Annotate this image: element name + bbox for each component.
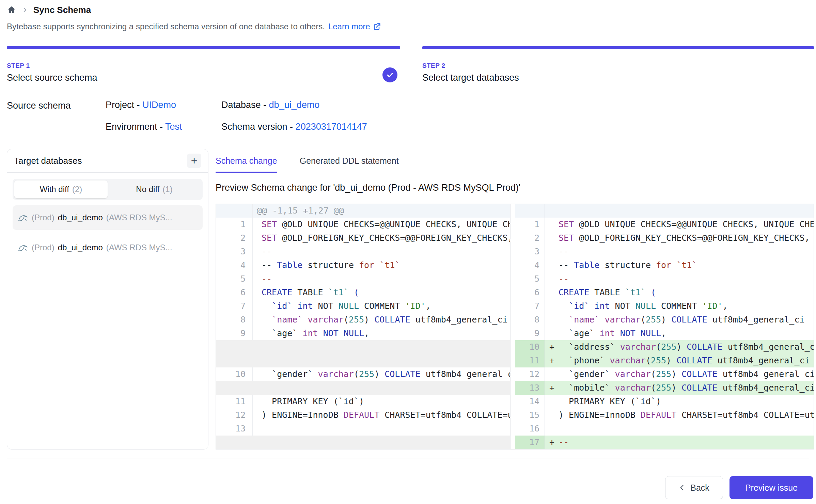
tab-with-diff[interactable]: With diff (2) bbox=[14, 180, 108, 198]
mysql-icon bbox=[17, 242, 28, 253]
diff-code-row: 4-- Table structure for `t1` bbox=[515, 258, 814, 272]
chevron-left-icon bbox=[679, 484, 686, 491]
diff-hunk-header: @@ -1,15 +1,27 @@ bbox=[216, 204, 510, 218]
back-button[interactable]: Back bbox=[665, 476, 723, 499]
diff-right-pane[interactable]: 1SET @OLD_UNIQUE_CHECKS=@@UNIQUE_CHECKS,… bbox=[515, 204, 814, 449]
diff-sash[interactable] bbox=[511, 204, 515, 449]
page-title: Sync Schema bbox=[33, 5, 91, 15]
project-link[interactable]: UIDemo bbox=[142, 100, 176, 110]
target-databases-panel: Target databases + With diff (2) No diff… bbox=[7, 149, 208, 450]
diff-added-row: 10+ `address` varchar(255) COLLATE utf8m… bbox=[515, 340, 814, 354]
tab-generated-ddl[interactable]: Generated DDL statement bbox=[300, 156, 399, 173]
source-environment-field: Environment - Test bbox=[106, 122, 182, 132]
target-db-item[interactable]: (Prod) db_ui_demo (AWS RDS MyS... bbox=[13, 205, 203, 230]
diff-code-row: 12) ENGINE=InnoDB DEFAULT CHARSET=utf8mb… bbox=[216, 408, 510, 422]
description-text: Bytebase supports synchronizing a specif… bbox=[7, 22, 325, 31]
schema-diff-editor: @@ -1,15 +1,27 @@1SET @OLD_UNIQUE_CHECKS… bbox=[216, 204, 814, 450]
diff-code-row: 7 `id` int NOT NULL COMMENT 'ID', bbox=[515, 299, 814, 313]
diff-code-row: 5-- bbox=[216, 272, 510, 286]
environment-link[interactable]: Test bbox=[165, 122, 182, 132]
step-2-progress-bar bbox=[422, 46, 814, 49]
diff-code-row: 4-- Table structure for `t1` bbox=[216, 258, 510, 272]
diff-code-row: 9 `age` int NOT NULL, bbox=[515, 327, 814, 340]
breadcrumb: Sync Schema bbox=[7, 3, 91, 16]
source-schema-version-field: Schema version - 20230317014147 bbox=[221, 122, 367, 132]
diff-code-row: 1SET @OLD_UNIQUE_CHECKS=@@UNIQUE_CHECKS,… bbox=[216, 218, 510, 231]
diff-code-row: 13 bbox=[216, 422, 510, 436]
diff-filler-row bbox=[216, 340, 510, 367]
source-project-field: Project - UIDemo bbox=[106, 100, 176, 110]
diff-code-row: 8 `name` varchar(255) COLLATE utf8mb4_ge… bbox=[216, 313, 510, 327]
step-1-progress-bar bbox=[7, 46, 400, 49]
preview-issue-button[interactable]: Preview issue bbox=[729, 476, 813, 499]
step-1-label: STEP 1 bbox=[7, 62, 400, 69]
diff-code-row: 6CREATE TABLE `t1` ( bbox=[216, 286, 510, 299]
diff-code-row: 5-- bbox=[515, 272, 814, 286]
diff-code-row: 15) ENGINE=InnoDB DEFAULT CHARSET=utf8mb… bbox=[515, 408, 814, 422]
step-2-label: STEP 2 bbox=[422, 62, 814, 69]
diff-filler-row bbox=[216, 381, 510, 395]
target-database-list: (Prod) db_ui_demo (AWS RDS MyS... (Prod)… bbox=[7, 202, 208, 260]
target-databases-title: Target databases bbox=[14, 156, 82, 166]
check-icon bbox=[386, 71, 394, 79]
tab-no-diff[interactable]: No diff (1) bbox=[108, 180, 201, 198]
diff-code-row: 11 PRIMARY KEY (`id`) bbox=[216, 395, 510, 408]
step-1-title: Select source schema bbox=[7, 73, 400, 83]
diff-code-row: 12 `gender` varchar(255) COLLATE utf8mb4… bbox=[515, 367, 814, 381]
diff-code-row: 14 PRIMARY KEY (`id`) bbox=[515, 395, 814, 408]
diff-code-row: 6CREATE TABLE `t1` ( bbox=[515, 286, 814, 299]
diff-left-pane[interactable]: @@ -1,15 +1,27 @@1SET @OLD_UNIQUE_CHECKS… bbox=[216, 204, 511, 449]
diff-code-row: 8 `name` varchar(255) COLLATE utf8mb4_ge… bbox=[515, 313, 814, 327]
step-2: STEP 2 Select target databases bbox=[422, 46, 814, 83]
diff-code-row: 10 `gender` varchar(255) COLLATE utf8mb4… bbox=[216, 367, 510, 381]
step-1-completed-badge bbox=[382, 67, 397, 82]
diff-filter-tabs: With diff (2) No diff (1) bbox=[13, 179, 203, 200]
target-db-item[interactable]: (Prod) db_ui_demo (AWS RDS MyS... bbox=[13, 235, 203, 260]
diff-code-row: 16 bbox=[515, 422, 814, 436]
diff-code-row: 2SET @OLD_FOREIGN_KEY_CHECKS=@@FOREIGN_K… bbox=[216, 231, 510, 245]
chevron-right-icon bbox=[22, 7, 28, 13]
diff-code-row: 2SET @OLD_FOREIGN_KEY_CHECKS=@@FOREIGN_K… bbox=[515, 231, 814, 245]
mysql-icon bbox=[17, 212, 28, 223]
plus-icon: + bbox=[191, 155, 198, 166]
database-link[interactable]: db_ui_demo bbox=[269, 100, 320, 110]
external-link-icon bbox=[373, 22, 381, 31]
preview-tabs: Schema change Generated DDL statement bbox=[216, 156, 399, 173]
diff-code-row: 1SET @OLD_UNIQUE_CHECKS=@@UNIQUE_CHECKS,… bbox=[515, 218, 814, 231]
diff-code-row: 7 `id` int NOT NULL COMMENT 'ID', bbox=[216, 299, 510, 313]
home-icon[interactable] bbox=[7, 5, 16, 15]
learn-more-link[interactable]: Learn more bbox=[328, 22, 381, 31]
diff-code-row: 9 `age` int NOT NULL, bbox=[216, 327, 510, 340]
diff-filler-row bbox=[216, 436, 510, 449]
tab-schema-change[interactable]: Schema change bbox=[216, 156, 277, 173]
diff-added-row: 11+ `phone` varchar(255) COLLATE utf8mb4… bbox=[515, 354, 814, 367]
step-1: STEP 1 Select source schema bbox=[7, 46, 400, 83]
diff-code-row: 3-- bbox=[216, 245, 510, 258]
add-target-database-button[interactable]: + bbox=[187, 154, 201, 168]
diff-hunk-header bbox=[515, 204, 814, 218]
source-database-field: Database - db_ui_demo bbox=[221, 100, 319, 110]
page-description: Bytebase supports synchronizing a specif… bbox=[7, 22, 381, 31]
footer-divider bbox=[7, 458, 809, 458]
diff-added-row: 13+ `mobile` varchar(255) COLLATE utf8mb… bbox=[515, 381, 814, 395]
schema-version-link[interactable]: 20230317014147 bbox=[296, 122, 367, 132]
diff-code-row: 3-- bbox=[515, 245, 814, 258]
source-schema-label: Source schema bbox=[7, 100, 71, 111]
preview-title: Preview Schema change for 'db_ui_demo (P… bbox=[216, 183, 520, 193]
diff-added-row: 17+-- bbox=[515, 436, 814, 449]
step-2-title: Select target databases bbox=[422, 73, 814, 83]
